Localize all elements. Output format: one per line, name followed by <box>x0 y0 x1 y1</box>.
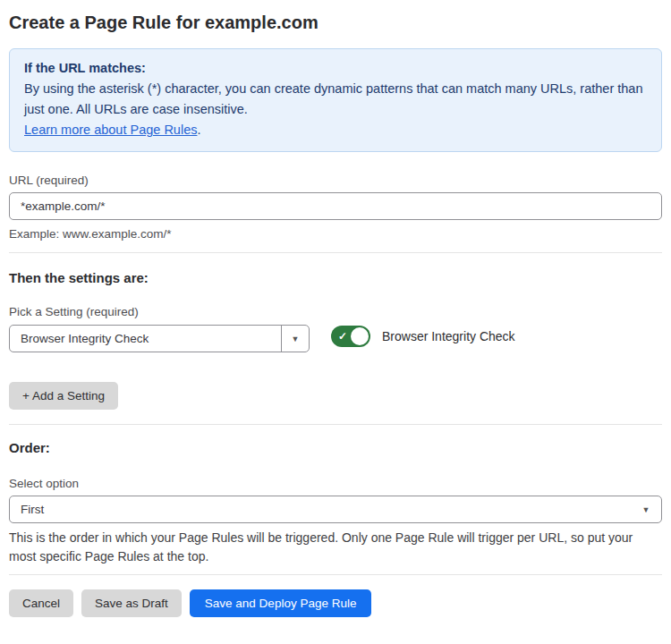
pick-setting-label: Pick a Setting (required) <box>9 304 662 319</box>
setting-row: Pick a Setting (required) Browser Integr… <box>9 304 662 352</box>
divider <box>9 574 662 575</box>
check-icon: ✓ <box>338 330 347 341</box>
save-and-deploy-button[interactable]: Save and Deploy Page Rule <box>190 589 372 617</box>
order-help-text: This is the order in which your Page Rul… <box>9 529 662 566</box>
link-period: . <box>197 123 200 137</box>
save-as-draft-button[interactable]: Save as Draft <box>81 589 182 617</box>
toggle-knob <box>351 327 369 345</box>
url-input[interactable] <box>9 192 662 220</box>
info-box-body: By using the asterisk (*) character, you… <box>24 79 647 120</box>
order-select-label: Select option <box>9 476 662 491</box>
setting-select[interactable]: Browser Integrity Check ▼ <box>9 325 310 352</box>
learn-more-link[interactable]: Learn more about Page Rules <box>24 123 197 137</box>
chevron-down-icon: ▼ <box>631 496 661 522</box>
url-example-text: Example: www.example.com/* <box>9 226 662 242</box>
add-setting-button[interactable]: + Add a Setting <box>9 382 118 410</box>
page-title: Create a Page Rule for example.com <box>9 12 662 33</box>
chevron-down-icon[interactable]: ▼ <box>281 326 309 352</box>
url-field-label: URL (required) <box>9 173 662 188</box>
page-rule-form: Create a Page Rule for example.com If th… <box>0 0 671 644</box>
settings-section-heading: Then the settings are: <box>9 270 662 286</box>
order-section-heading: Order: <box>9 440 662 456</box>
divider <box>9 252 662 253</box>
setting-toggle-label: Browser Integrity Check <box>382 329 515 343</box>
setting-select-value: Browser Integrity Check <box>10 326 281 352</box>
info-box-link-line: Learn more about Page Rules. <box>24 120 647 140</box>
footer-actions: Cancel Save as Draft Save and Deploy Pag… <box>9 589 662 617</box>
divider <box>9 424 662 425</box>
info-box-heading: If the URL matches: <box>24 58 647 79</box>
cancel-button[interactable]: Cancel <box>9 589 73 617</box>
order-select-value: First <box>10 496 631 522</box>
setting-toggle[interactable]: ✓ <box>331 326 370 347</box>
order-select[interactable]: First ▼ <box>9 496 662 523</box>
url-match-info-box: If the URL matches: By using the asteris… <box>9 48 662 152</box>
